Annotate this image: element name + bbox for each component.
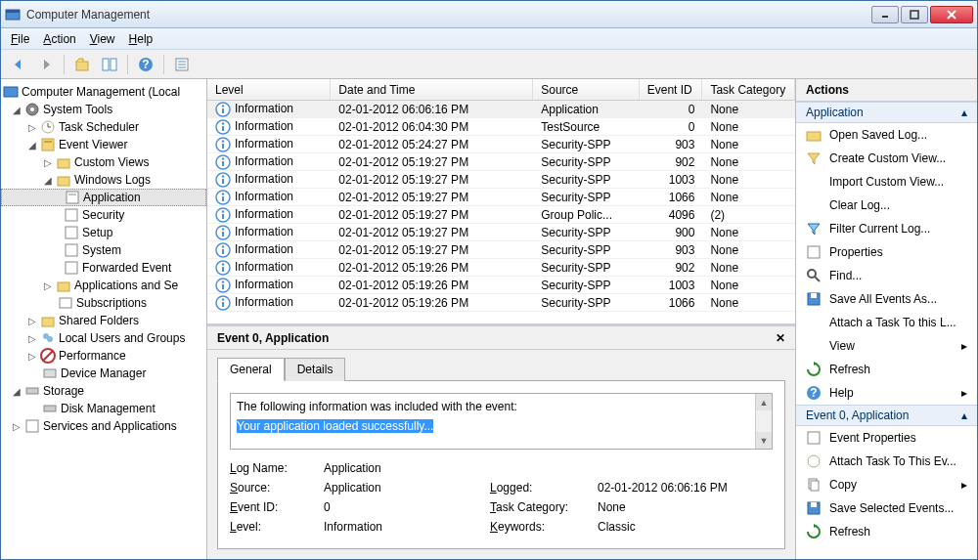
svg-rect-59 — [222, 196, 224, 201]
action-save-selected[interactable]: Save Selected Events... — [796, 496, 977, 520]
tree-performance[interactable]: ▷Performance — [1, 347, 206, 365]
col-category[interactable]: Task Category — [702, 79, 795, 100]
tree-services-apps[interactable]: ▷Services and Applications — [1, 417, 206, 435]
menu-help[interactable]: Help — [129, 32, 154, 46]
menu-action[interactable]: Action — [43, 32, 75, 46]
navigation-tree[interactable]: Computer Management (Local ◢System Tools… — [1, 79, 207, 559]
event-grid[interactable]: Information02-01-2012 06:06:16 PMApplica… — [207, 101, 795, 323]
titlebar: Computer Management — [1, 1, 977, 28]
table-row[interactable]: Information02-01-2012 05:19:27 PMSecurit… — [207, 224, 795, 241]
maximize-button[interactable] — [901, 6, 928, 23]
table-row[interactable]: Information02-01-2012 05:19:26 PMSecurit… — [207, 294, 795, 312]
val-keywords: Classic — [598, 520, 773, 534]
tree-setup[interactable]: Setup — [1, 224, 206, 241]
show-hide-tree-icon[interactable] — [98, 53, 121, 76]
tab-details[interactable]: Details — [285, 358, 346, 381]
svg-point-17 — [30, 108, 34, 111]
action-view[interactable]: View▸ — [796, 334, 977, 358]
tree-root[interactable]: Computer Management (Local — [1, 83, 206, 101]
help-icon[interactable]: ? — [134, 53, 157, 76]
close-button[interactable] — [930, 6, 973, 23]
action-create-custom-view[interactable]: Create Custom View... — [796, 147, 977, 170]
info-icon — [215, 225, 231, 240]
tree-device-manager[interactable]: Device Manager — [1, 365, 206, 382]
action-save-all[interactable]: Save All Events As... — [796, 287, 977, 311]
tab-general[interactable]: General — [217, 358, 285, 381]
refresh-icon — [806, 362, 822, 377]
svg-text:?: ? — [142, 58, 149, 71]
minimize-button[interactable] — [871, 6, 899, 23]
table-row[interactable]: Information02-01-2012 05:24:27 PMSecurit… — [207, 136, 795, 153]
col-date[interactable]: Date and Time — [331, 79, 533, 100]
properties-icon[interactable] — [170, 53, 194, 76]
svg-rect-71 — [222, 267, 224, 272]
tree-custom-views[interactable]: ▷Custom Views — [1, 153, 206, 171]
action-clear-log[interactable]: Clear Log... — [796, 194, 977, 217]
action-find[interactable]: Find... — [796, 264, 977, 287]
event-message[interactable]: The following information was included w… — [230, 393, 773, 450]
tree-apps-services[interactable]: ▷Applications and Se — [1, 277, 206, 294]
tree-disk-mgmt[interactable]: Disk Management — [1, 400, 206, 417]
action-copy[interactable]: Copy▸ — [796, 473, 977, 496]
action-refresh[interactable]: Refresh — [796, 358, 977, 381]
svg-rect-8 — [111, 59, 116, 70]
copy-icon — [806, 477, 822, 493]
action-help[interactable]: ?Help▸ — [796, 381, 977, 405]
col-level[interactable]: Level — [207, 79, 331, 100]
svg-point-73 — [222, 280, 224, 282]
tree-security[interactable]: Security — [1, 206, 206, 224]
col-eventid[interactable]: Event ID — [640, 79, 703, 100]
action-properties[interactable]: Properties — [796, 240, 977, 264]
table-row[interactable]: Information02-01-2012 05:19:27 PMSecurit… — [207, 171, 795, 189]
tree-local-users[interactable]: ▷Local Users and Groups — [1, 329, 206, 347]
table-row[interactable]: Information02-01-2012 06:04:30 PMTestSou… — [207, 118, 795, 136]
detail-close-icon[interactable]: ✕ — [776, 331, 785, 345]
up-icon[interactable] — [70, 53, 94, 76]
action-attach-task-event[interactable]: Attach Task To This Ev... — [796, 450, 977, 473]
tree-windows-logs[interactable]: ◢Windows Logs — [1, 171, 206, 189]
action-refresh2[interactable]: Refresh — [796, 520, 977, 543]
tree-event-viewer[interactable]: ◢Event Viewer — [1, 136, 206, 153]
action-attach-task[interactable]: Attach a Task To this L... — [796, 311, 977, 334]
tree-system[interactable]: System — [1, 241, 206, 259]
svg-rect-86 — [808, 432, 820, 444]
forward-button[interactable] — [34, 53, 58, 76]
actions-section-app[interactable]: Application▴ — [796, 102, 977, 123]
svg-rect-22 — [44, 141, 52, 143]
lbl-level: Level: — [230, 520, 324, 534]
table-row[interactable]: Information02-01-2012 05:19:27 PMGroup P… — [207, 206, 795, 224]
table-row[interactable]: Information02-01-2012 05:19:26 PMSecurit… — [207, 259, 795, 277]
tree-application[interactable]: Application — [1, 189, 206, 206]
action-event-properties[interactable]: Event Properties — [796, 426, 977, 450]
tree-task-scheduler[interactable]: ▷Task Scheduler — [1, 118, 206, 136]
tree-shared-folders[interactable]: ▷Shared Folders — [1, 312, 206, 329]
lbl-logname: Log Name: — [230, 461, 324, 475]
filter-icon — [806, 221, 822, 237]
back-button[interactable] — [7, 53, 30, 76]
action-filter-log[interactable]: Filter Current Log... — [796, 217, 977, 240]
table-row[interactable]: Information02-01-2012 06:06:16 PMApplica… — [207, 101, 795, 118]
filter-new-icon — [806, 151, 822, 166]
action-import-custom-view[interactable]: Import Custom View... — [796, 170, 977, 194]
tree-subscriptions[interactable]: Subscriptions — [1, 294, 206, 312]
table-row[interactable]: Information02-01-2012 05:19:26 PMSecurit… — [207, 277, 795, 294]
action-open-saved-log[interactable]: Open Saved Log... — [796, 123, 977, 147]
table-row[interactable]: Information02-01-2012 05:19:27 PMSecurit… — [207, 189, 795, 206]
table-row[interactable]: Information02-01-2012 05:19:27 PMSecurit… — [207, 241, 795, 259]
col-source[interactable]: Source — [533, 79, 639, 100]
lbl-keywords: Keywords: — [490, 520, 598, 534]
menu-file[interactable]: File — [11, 32, 29, 46]
msg-line2: Your application loaded successfully... — [237, 419, 433, 433]
tree-storage[interactable]: ◢Storage — [1, 382, 206, 400]
table-row[interactable]: Information02-01-2012 05:19:27 PMSecurit… — [207, 153, 795, 171]
app-icon — [5, 7, 21, 22]
grid-header: Level Date and Time Source Event ID Task… — [207, 79, 795, 101]
msg-scrollbar[interactable]: ▲▼ — [755, 394, 772, 449]
svg-rect-21 — [42, 139, 54, 151]
tree-forwarded[interactable]: Forwarded Event — [1, 259, 206, 277]
lbl-logged: Logged: — [490, 481, 598, 495]
actions-section-event[interactable]: Event 0, Application▴ — [796, 405, 977, 426]
info-icon — [215, 278, 231, 293]
tree-system-tools[interactable]: ◢System Tools — [1, 101, 206, 118]
menu-view[interactable]: View — [90, 32, 115, 46]
